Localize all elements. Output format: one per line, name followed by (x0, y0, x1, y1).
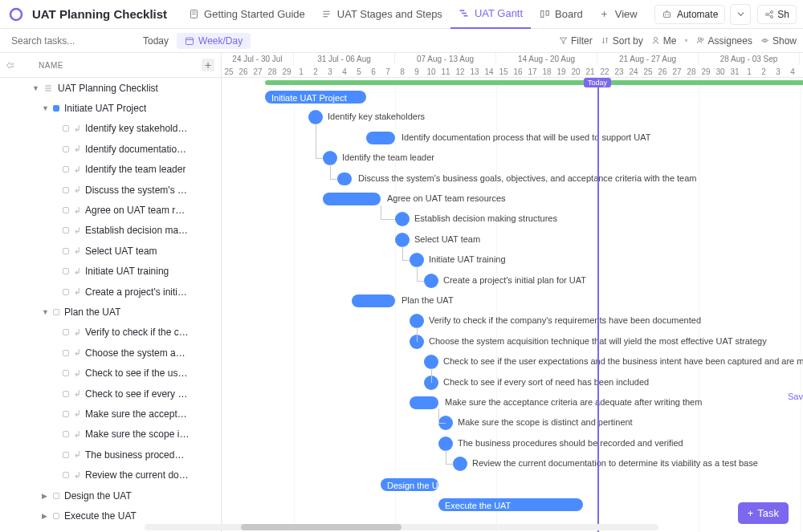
tree-label: Identify documentation pro... (85, 144, 190, 155)
tree-row[interactable]: ▶Execute the UAT (0, 506, 221, 526)
gantt-milestone[interactable] (453, 457, 467, 471)
tree-label: Design the UAT (64, 490, 132, 502)
tab-uat-gantt[interactable]: UAT Gantt (450, 0, 531, 29)
horizontal-scrollbar[interactable] (145, 524, 658, 530)
caret-icon[interactable]: ▶ (42, 492, 50, 500)
gantt-bar[interactable] (366, 132, 395, 144)
gantt-bar[interactable]: Design the UAT (381, 478, 438, 491)
tree-label: Select UAT team (85, 246, 157, 257)
sortby-button[interactable]: Sort by (601, 35, 643, 47)
svg-rect-7 (460, 10, 465, 11)
svg-point-15 (665, 14, 666, 16)
day-header: 4 (337, 65, 352, 78)
sidebar: NAME + ▼UAT Planning Checklist▼Initiate … (0, 53, 222, 532)
gantt-milestone[interactable] (438, 437, 453, 451)
tree-row[interactable]: ↳Initiate UAT training (0, 262, 221, 282)
status-icon (63, 187, 69, 193)
tree-row[interactable]: ↳Make sure the scope is dis... (0, 424, 221, 445)
chevron-down-icon (737, 10, 744, 18)
tab-uat-stages-and-steps[interactable]: UAT Stages and Steps (313, 0, 450, 29)
me-button[interactable]: Me (651, 35, 677, 47)
tree-row[interactable]: ↳Make sure the acceptance ... (0, 404, 221, 424)
day-header: 27 (251, 65, 265, 78)
gantt-bar[interactable] (410, 396, 438, 409)
gantt-milestone[interactable] (395, 212, 410, 226)
svg-rect-11 (546, 10, 548, 15)
tree-row[interactable]: ↳Identify documentation pro... (0, 139, 221, 159)
bar-label: Review the current documentation to dete… (472, 458, 758, 468)
day-header: 24 (626, 65, 641, 78)
today-button[interactable]: Today (143, 35, 169, 47)
gantt-body[interactable]: TodayInitiate UAT ProjectIdentify key st… (222, 78, 803, 532)
share-icon (764, 10, 774, 19)
tree-row[interactable]: ▶Design the UAT (0, 485, 221, 506)
header: UAT Planning Checklist Getting Started G… (0, 0, 803, 29)
tree-row[interactable]: ▼Initiate UAT Project (0, 98, 221, 118)
scrollbar-thumb[interactable] (241, 524, 402, 530)
gantt-bar[interactable]: Execute the UAT (438, 498, 583, 511)
tree-label: Check to see if the user ex... (85, 368, 190, 379)
gantt-milestone[interactable] (308, 110, 323, 124)
caret-icon[interactable]: ▼ (42, 308, 50, 316)
tree-row[interactable]: ↳Verify to check if the comp... (0, 323, 221, 343)
week-day-toggle[interactable]: Week/Day (177, 33, 251, 49)
app-logo[interactable] (6, 5, 26, 24)
tree-label: Agree on UAT team resour... (85, 205, 190, 216)
tree-row[interactable]: ↳Identify key stakeholders (0, 119, 221, 139)
tree-row[interactable]: ↳The business procedures s... (0, 445, 221, 465)
automate-dropdown[interactable] (730, 4, 751, 25)
project-progress-bar[interactable] (265, 80, 803, 85)
tree-row[interactable]: ↳Select UAT team (0, 241, 221, 261)
tree-row[interactable]: ↳Check to see if the user ex... (0, 363, 221, 383)
automate-button[interactable]: Automate (654, 5, 725, 24)
tree-row[interactable]: ↳Discuss the system's busin... (0, 180, 221, 200)
day-header: 1 (742, 65, 756, 78)
gantt-milestone[interactable] (424, 274, 438, 288)
subtask-icon: ↳ (74, 266, 81, 277)
caret-icon[interactable]: ▼ (32, 84, 40, 92)
filter-button[interactable]: Filter (559, 35, 593, 47)
tree-row[interactable]: ↳Create a project's initial pl... (0, 282, 221, 302)
add-column-button[interactable]: + (202, 59, 214, 71)
day-header: 30 (713, 65, 728, 78)
caret-icon[interactable]: ▼ (42, 104, 50, 112)
gantt-milestone[interactable] (395, 233, 410, 247)
bar-label: Design the UAT (387, 481, 449, 490)
tree-row[interactable]: ↳Check to see if every sort ... (0, 384, 221, 404)
gantt-bar[interactable]: Initiate UAT Project (265, 91, 366, 104)
bar-label: Identify key stakeholders (328, 112, 425, 121)
gantt-bar[interactable] (352, 294, 395, 307)
subtask-icon: ↳ (74, 246, 81, 256)
gantt-milestone[interactable] (410, 253, 424, 267)
gantt-milestone[interactable] (410, 314, 424, 328)
tree-row[interactable]: ↳Identify the team leader (0, 160, 221, 180)
caret-icon[interactable]: ▶ (42, 512, 50, 520)
assignees-button[interactable]: Assignees (696, 35, 752, 47)
tree-row[interactable]: ↳Review the current docum... (0, 465, 221, 485)
share-button[interactable]: Sh (757, 5, 797, 24)
day-header: 3 (771, 65, 785, 78)
svg-point-30 (764, 39, 766, 42)
search-input[interactable] (11, 35, 132, 47)
tree-label: Discuss the system's busin... (85, 185, 190, 196)
tree-row[interactable]: ▼Plan the UAT (0, 302, 221, 322)
week-header: 21 Aug - 27 Aug (597, 53, 699, 65)
new-task-button[interactable]: + Task (738, 502, 789, 524)
today-badge: Today (584, 78, 611, 87)
tree-row[interactable]: ▼UAT Planning Checklist (0, 78, 221, 98)
gantt-bar[interactable] (337, 173, 352, 185)
tab-board[interactable]: Board (531, 0, 591, 29)
show-button[interactable]: Show (760, 35, 797, 47)
day-header: 21 (583, 65, 597, 78)
tab-getting-started-guide[interactable]: Getting Started Guide (180, 0, 313, 29)
tree-row[interactable]: ↳Agree on UAT team resour... (0, 200, 221, 220)
day-header: 25 (641, 65, 655, 78)
tree-label: Establish decision making ... (85, 225, 190, 236)
gantt-milestone[interactable] (424, 355, 438, 369)
gantt-milestone[interactable] (323, 151, 337, 165)
collapse-icon[interactable] (0, 60, 19, 71)
tab-view[interactable]: View (591, 0, 646, 29)
tree-row[interactable]: ↳Choose the system acquisi... (0, 343, 221, 363)
gantt-bar[interactable] (323, 193, 381, 205)
tree-row[interactable]: ↳Establish decision making ... (0, 221, 221, 241)
